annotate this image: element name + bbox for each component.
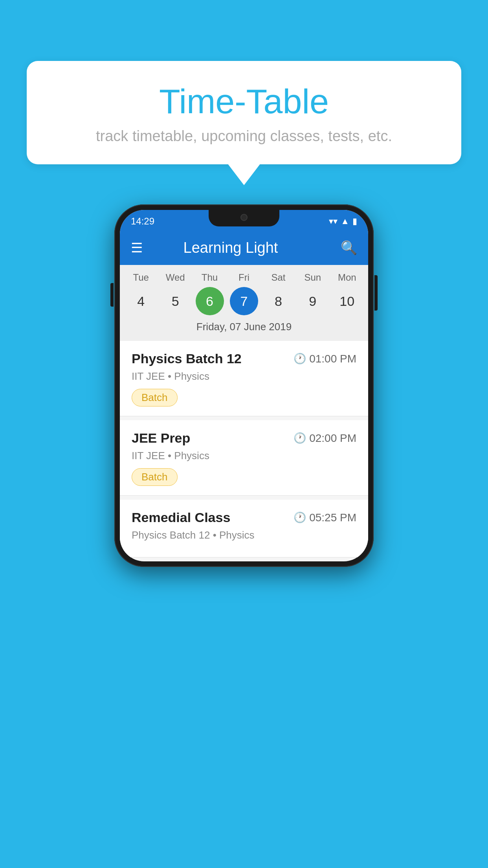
day-number-6-today[interactable]: 6 bbox=[196, 287, 224, 315]
schedule-item-1-subtitle: IIT JEE • Physics bbox=[132, 370, 356, 383]
schedule-item-2-time-label: 02:00 PM bbox=[309, 432, 356, 445]
bubble-subtitle: track timetable, upcoming classes, tests… bbox=[50, 128, 438, 145]
schedule-item-2-time: 🕐 02:00 PM bbox=[294, 432, 356, 445]
clock-icon-2: 🕐 bbox=[294, 432, 306, 444]
schedule-item-2-header: JEE Prep 🕐 02:00 PM bbox=[132, 430, 356, 446]
day-header-mon: Mon bbox=[333, 272, 361, 283]
day-headers: Tue Wed Thu Fri Sat Sun Mon bbox=[120, 272, 368, 283]
day-number-10[interactable]: 10 bbox=[333, 287, 361, 315]
schedule-item-3[interactable]: Remedial Class 🕐 05:25 PM Physics Batch … bbox=[120, 500, 368, 557]
phone-notch bbox=[209, 210, 279, 226]
speech-bubble-section: Time-Table track timetable, upcoming cla… bbox=[27, 61, 461, 185]
phone-outer: 14:29 ▾▾ ▲ ▮ ☰ Learning Light 🔍 Tue Wed … bbox=[114, 204, 374, 567]
day-number-5[interactable]: 5 bbox=[161, 287, 189, 315]
schedule-item-3-time-label: 05:25 PM bbox=[309, 511, 356, 524]
schedule-item-2-badge: Batch bbox=[132, 468, 178, 486]
battery-icon: ▮ bbox=[352, 216, 357, 226]
bubble-title: Time-Table bbox=[50, 83, 438, 121]
status-icons: ▾▾ ▲ ▮ bbox=[329, 216, 357, 226]
schedule-item-3-time: 🕐 05:25 PM bbox=[294, 511, 356, 524]
day-header-sat: Sat bbox=[264, 272, 292, 283]
bubble-arrow bbox=[227, 164, 261, 185]
day-header-fri: Fri bbox=[230, 272, 258, 283]
schedule-item-1-time: 🕐 01:00 PM bbox=[294, 353, 356, 365]
day-number-4[interactable]: 4 bbox=[127, 287, 155, 315]
selected-date-label: Friday, 07 June 2019 bbox=[120, 321, 368, 338]
day-number-9[interactable]: 9 bbox=[299, 287, 327, 315]
schedule-item-1-time-label: 01:00 PM bbox=[309, 353, 356, 365]
schedule-item-3-subtitle: Physics Batch 12 • Physics bbox=[132, 529, 356, 541]
schedule-item-1-title: Physics Batch 12 bbox=[132, 351, 242, 366]
schedule-item-1-header: Physics Batch 12 🕐 01:00 PM bbox=[132, 351, 356, 366]
phone-mockup: 14:29 ▾▾ ▲ ▮ ☰ Learning Light 🔍 Tue Wed … bbox=[114, 204, 374, 567]
status-time: 14:29 bbox=[131, 216, 154, 227]
schedule-item-3-header: Remedial Class 🕐 05:25 PM bbox=[132, 510, 356, 525]
schedule-item-2-subtitle: IIT JEE • Physics bbox=[132, 450, 356, 462]
schedule-item-2-title: JEE Prep bbox=[132, 430, 190, 446]
clock-icon-3: 🕐 bbox=[294, 511, 306, 524]
schedule-item-1-badge: Batch bbox=[132, 389, 178, 406]
front-camera bbox=[240, 214, 248, 221]
wifi-icon: ▾▾ bbox=[329, 216, 338, 226]
calendar-week: Tue Wed Thu Fri Sat Sun Mon 4 5 6 7 8 9 … bbox=[120, 265, 368, 341]
schedule-item-2[interactable]: JEE Prep 🕐 02:00 PM IIT JEE • Physics Ba… bbox=[120, 420, 368, 496]
schedule-item-3-title: Remedial Class bbox=[132, 510, 230, 525]
day-header-wed: Wed bbox=[161, 272, 189, 283]
app-bar-title: Learning Light bbox=[129, 239, 332, 256]
day-header-tue: Tue bbox=[127, 272, 155, 283]
day-numbers: 4 5 6 7 8 9 10 bbox=[120, 287, 368, 315]
phone-screen: 14:29 ▾▾ ▲ ▮ ☰ Learning Light 🔍 Tue Wed … bbox=[120, 210, 368, 561]
day-header-thu: Thu bbox=[196, 272, 224, 283]
day-header-sun: Sun bbox=[299, 272, 327, 283]
schedule-item-1[interactable]: Physics Batch 12 🕐 01:00 PM IIT JEE • Ph… bbox=[120, 341, 368, 416]
day-number-8[interactable]: 8 bbox=[264, 287, 292, 315]
speech-bubble: Time-Table track timetable, upcoming cla… bbox=[27, 61, 461, 164]
signal-icon: ▲ bbox=[341, 216, 349, 226]
clock-icon-1: 🕐 bbox=[294, 353, 306, 365]
search-icon[interactable]: 🔍 bbox=[341, 240, 357, 256]
day-number-7-selected[interactable]: 7 bbox=[230, 287, 258, 315]
app-bar: ☰ Learning Light 🔍 bbox=[120, 230, 368, 265]
schedule-list: Physics Batch 12 🕐 01:00 PM IIT JEE • Ph… bbox=[120, 341, 368, 557]
